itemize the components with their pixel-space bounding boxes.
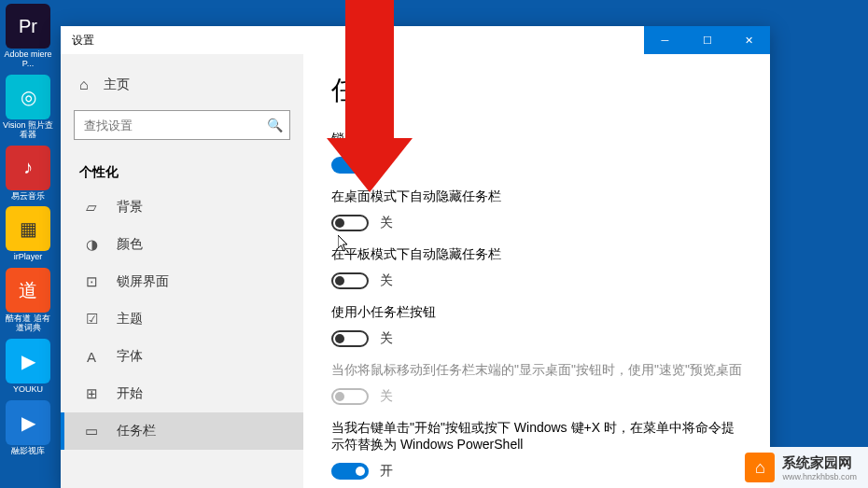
sidebar-item-lockscreen[interactable]: ⊡ 锁屏界面 bbox=[61, 263, 303, 300]
taskbar-icon: ▭ bbox=[83, 423, 100, 439]
watermark-sub: www.hnzkhbsb.com bbox=[782, 472, 857, 481]
settings-window: 设置 ─ ☐ ✕ ⌂ 主页 🔍 个性化 ▱ 背景 ◑ 颜色 bbox=[61, 26, 770, 488]
home-icon: ⌂ bbox=[79, 77, 89, 93]
desktop-icon[interactable]: 道酷有道 追有道词典 bbox=[0, 268, 56, 333]
minimize-button[interactable]: ─ bbox=[644, 26, 686, 54]
sidebar-item-start[interactable]: ⊞ 开始 bbox=[61, 375, 303, 412]
sidebar-item-label: 颜色 bbox=[117, 236, 143, 253]
close-button[interactable]: ✕ bbox=[728, 26, 770, 54]
sidebar-item-label: 开始 bbox=[117, 385, 143, 402]
sidebar-item-background[interactable]: ▱ 背景 bbox=[61, 188, 303, 226]
setting-label: 当我右键单击"开始"按钮或按下 Windows 键+X 时，在菜单中将命令提示符… bbox=[331, 420, 742, 453]
watermark-icon: ⌂ bbox=[745, 453, 775, 482]
font-icon: A bbox=[83, 349, 100, 365]
desktop-icon[interactable]: ◎Vision 照片查看器 bbox=[0, 75, 56, 140]
toggle-state: 开 bbox=[380, 463, 393, 480]
sidebar: ⌂ 主页 🔍 个性化 ▱ 背景 ◑ 颜色 ⊡ 锁屏界面 ☑ 主题 bbox=[61, 54, 303, 488]
peek-preview-toggle bbox=[331, 388, 369, 405]
sidebar-item-label: 任务栏 bbox=[117, 423, 156, 439]
theme-icon: ☑ bbox=[83, 311, 100, 328]
desktop-icon[interactable]: ▶YOUKU bbox=[0, 339, 56, 395]
powershell-toggle[interactable] bbox=[331, 463, 369, 480]
sidebar-home-label: 主页 bbox=[104, 77, 130, 93]
picture-icon: ▱ bbox=[83, 199, 100, 216]
sidebar-item-fonts[interactable]: A 字体 bbox=[61, 338, 303, 375]
palette-icon: ◑ bbox=[83, 236, 100, 253]
search-wrap: 🔍 bbox=[74, 110, 290, 140]
toggle-state: 关 bbox=[380, 215, 393, 231]
watermark: ⌂ 系统家园网 www.hnzkhbsb.com bbox=[737, 447, 868, 488]
sidebar-heading: 个性化 bbox=[61, 157, 303, 188]
sidebar-home[interactable]: ⌂ 主页 bbox=[61, 67, 303, 103]
toggle-state: 关 bbox=[380, 272, 393, 289]
sidebar-item-label: 字体 bbox=[117, 348, 143, 365]
toggle-state: 关 bbox=[380, 388, 393, 405]
desktop-icon[interactable]: PrAdobe miere P... bbox=[0, 4, 56, 69]
setting-label: 使用小任务栏按钮 bbox=[331, 304, 742, 321]
sidebar-item-colors[interactable]: ◑ 颜色 bbox=[61, 226, 303, 263]
watermark-text: 系统家园网 bbox=[782, 454, 857, 472]
auto-hide-tablet-toggle[interactable] bbox=[331, 272, 369, 289]
auto-hide-desktop-toggle[interactable] bbox=[331, 215, 369, 231]
desktop-icon[interactable]: ▦irPlayer bbox=[0, 206, 56, 262]
setting-label: 当你将鼠标移动到任务栏末端的"显示桌面"按钮时，使用"速览"预览桌面 bbox=[331, 362, 742, 379]
sidebar-item-label: 主题 bbox=[117, 311, 143, 328]
setting-label: 在平板模式下自动隐藏任务栏 bbox=[331, 246, 742, 263]
sidebar-item-label: 锁屏界面 bbox=[117, 273, 169, 290]
desktop-icon[interactable]: ▶融影视库 bbox=[0, 400, 56, 456]
search-icon: 🔍 bbox=[267, 118, 283, 132]
desktop-icons: PrAdobe miere P... ◎Vision 照片查看器 ♪易云音乐 ▦… bbox=[0, 0, 56, 488]
lockscreen-icon: ⊡ bbox=[83, 273, 100, 290]
desktop-icon[interactable]: ♪易云音乐 bbox=[0, 146, 56, 202]
annotation-arrow bbox=[332, 0, 407, 196]
small-buttons-toggle[interactable] bbox=[331, 330, 369, 347]
titlebar: 设置 ─ ☐ ✕ bbox=[61, 26, 770, 54]
start-icon: ⊞ bbox=[83, 385, 100, 402]
maximize-button[interactable]: ☐ bbox=[686, 26, 728, 54]
sidebar-item-label: 背景 bbox=[117, 199, 143, 216]
toggle-state: 关 bbox=[380, 330, 393, 347]
sidebar-item-taskbar[interactable]: ▭ 任务栏 bbox=[61, 412, 303, 450]
sidebar-item-themes[interactable]: ☑ 主题 bbox=[61, 300, 303, 338]
search-input[interactable] bbox=[74, 110, 290, 140]
